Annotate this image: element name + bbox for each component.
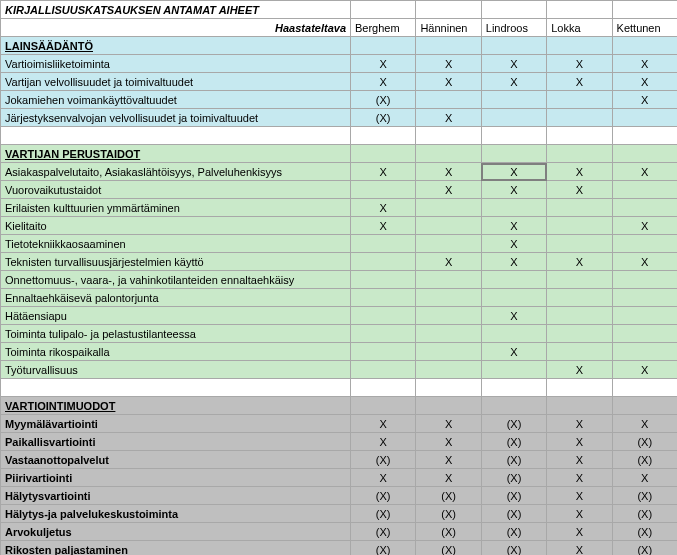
blank-cell[interactable] — [351, 145, 416, 163]
blank-cell[interactable] — [547, 37, 612, 55]
data-cell[interactable]: (X) — [416, 541, 481, 556]
data-cell[interactable]: X — [547, 541, 612, 556]
section-title[interactable]: LAINSÄÄDÄNTÖ — [1, 37, 351, 55]
data-cell[interactable]: (X) — [481, 541, 546, 556]
data-cell[interactable] — [547, 235, 612, 253]
data-cell[interactable]: X — [481, 181, 546, 199]
blank-cell[interactable] — [547, 397, 612, 415]
blank-cell[interactable] — [612, 397, 677, 415]
data-cell[interactable]: (X) — [481, 469, 546, 487]
data-cell[interactable] — [416, 343, 481, 361]
data-cell[interactable]: X — [547, 487, 612, 505]
data-cell[interactable] — [547, 307, 612, 325]
blank-cell[interactable] — [612, 145, 677, 163]
row-label[interactable]: Hälytys-ja palvelukeskustoiminta — [1, 505, 351, 523]
data-cell[interactable]: (X) — [481, 523, 546, 541]
row-label[interactable]: Rikosten paljastaminen — [1, 541, 351, 556]
data-cell[interactable] — [416, 217, 481, 235]
data-cell[interactable]: X — [416, 109, 481, 127]
data-cell[interactable]: X — [481, 163, 546, 181]
data-cell[interactable]: X — [416, 415, 481, 433]
data-cell[interactable] — [416, 325, 481, 343]
blank-cell[interactable] — [481, 127, 546, 145]
data-cell[interactable]: (X) — [481, 505, 546, 523]
data-cell[interactable]: X — [547, 523, 612, 541]
data-cell[interactable] — [351, 235, 416, 253]
data-cell[interactable] — [351, 253, 416, 271]
blank-cell[interactable] — [351, 379, 416, 397]
blank-cell[interactable] — [547, 127, 612, 145]
data-cell[interactable] — [351, 271, 416, 289]
data-cell[interactable]: X — [612, 361, 677, 379]
data-cell[interactable]: (X) — [612, 505, 677, 523]
data-cell[interactable]: X — [351, 433, 416, 451]
blank-cell[interactable] — [481, 37, 546, 55]
data-cell[interactable]: X — [481, 343, 546, 361]
data-cell[interactable] — [612, 109, 677, 127]
column-header[interactable]: Lokka — [547, 19, 612, 37]
data-cell[interactable] — [612, 343, 677, 361]
data-cell[interactable]: (X) — [612, 541, 677, 556]
data-cell[interactable]: (X) — [612, 487, 677, 505]
blank-cell[interactable] — [351, 1, 416, 19]
data-cell[interactable]: X — [416, 433, 481, 451]
data-cell[interactable] — [612, 235, 677, 253]
data-cell[interactable] — [547, 271, 612, 289]
data-cell[interactable] — [547, 343, 612, 361]
row-label[interactable]: Hälytysvartiointi — [1, 487, 351, 505]
column-header[interactable]: Kettunen — [612, 19, 677, 37]
blank-cell[interactable] — [612, 37, 677, 55]
data-cell[interactable]: X — [481, 253, 546, 271]
data-cell[interactable] — [612, 307, 677, 325]
data-cell[interactable]: (X) — [416, 487, 481, 505]
data-cell[interactable]: (X) — [351, 523, 416, 541]
data-cell[interactable]: X — [481, 73, 546, 91]
data-cell[interactable]: (X) — [481, 433, 546, 451]
data-cell[interactable]: X — [547, 253, 612, 271]
data-cell[interactable] — [351, 361, 416, 379]
data-cell[interactable]: (X) — [612, 433, 677, 451]
data-cell[interactable]: X — [612, 253, 677, 271]
blank-cell[interactable] — [1, 379, 351, 397]
data-cell[interactable] — [416, 199, 481, 217]
data-cell[interactable] — [481, 271, 546, 289]
data-cell[interactable]: X — [612, 163, 677, 181]
blank-cell[interactable] — [612, 379, 677, 397]
data-cell[interactable] — [547, 199, 612, 217]
data-cell[interactable] — [612, 289, 677, 307]
row-label[interactable]: Vuorovaikutustaidot — [1, 181, 351, 199]
row-label[interactable]: Vastaanottopalvelut — [1, 451, 351, 469]
data-cell[interactable]: X — [612, 217, 677, 235]
row-label[interactable]: Tietotekniikkaosaaminen — [1, 235, 351, 253]
blank-cell[interactable] — [612, 127, 677, 145]
row-label[interactable]: Työturvallisuus — [1, 361, 351, 379]
data-cell[interactable]: (X) — [351, 109, 416, 127]
blank-cell[interactable] — [481, 1, 546, 19]
data-cell[interactable] — [351, 307, 416, 325]
table-title[interactable]: KIRJALLISUUSKATSAUKSEN ANTAMAT AIHEET — [1, 1, 351, 19]
data-cell[interactable]: (X) — [416, 505, 481, 523]
data-cell[interactable]: X — [416, 73, 481, 91]
data-cell[interactable] — [416, 91, 481, 109]
data-cell[interactable] — [416, 235, 481, 253]
data-cell[interactable]: X — [547, 451, 612, 469]
blank-cell[interactable] — [481, 145, 546, 163]
blank-cell[interactable] — [416, 127, 481, 145]
data-cell[interactable]: X — [612, 55, 677, 73]
blank-cell[interactable] — [416, 37, 481, 55]
blank-cell[interactable] — [547, 145, 612, 163]
row-label[interactable]: Toiminta tulipalo- ja pelastustilanteess… — [1, 325, 351, 343]
data-cell[interactable]: X — [481, 307, 546, 325]
section-title[interactable]: VARTIOINTIMUODOT — [1, 397, 351, 415]
data-cell[interactable]: X — [351, 73, 416, 91]
data-cell[interactable]: (X) — [351, 451, 416, 469]
blank-cell[interactable] — [547, 1, 612, 19]
data-cell[interactable]: X — [481, 55, 546, 73]
data-cell[interactable]: X — [612, 469, 677, 487]
column-header[interactable]: Berghem — [351, 19, 416, 37]
row-label[interactable]: Kielitaito — [1, 217, 351, 235]
data-cell[interactable] — [481, 91, 546, 109]
data-cell[interactable]: X — [481, 235, 546, 253]
data-cell[interactable] — [481, 109, 546, 127]
row-label[interactable]: Järjestyksenvalvojan velvollisuudet ja t… — [1, 109, 351, 127]
